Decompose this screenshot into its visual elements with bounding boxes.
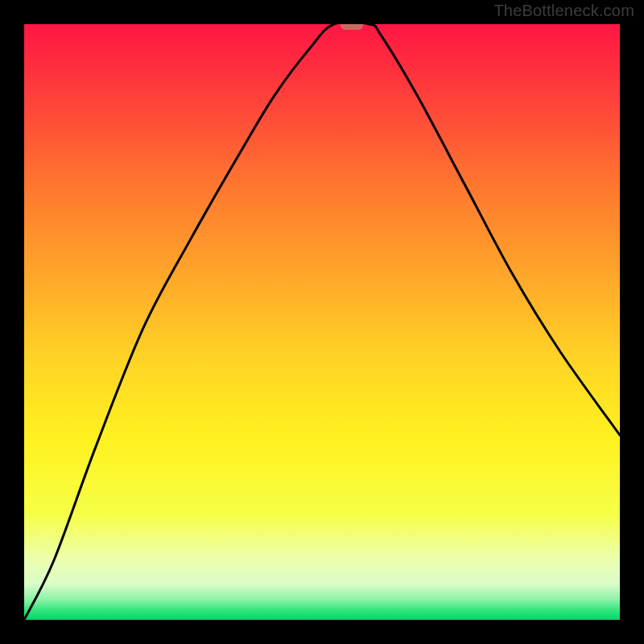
optimal-marker — [341, 24, 363, 30]
chart-background — [24, 24, 620, 620]
attribution-label: TheBottleneck.com — [493, 2, 634, 20]
chart-frame: TheBottleneck.com — [0, 0, 644, 644]
bottleneck-chart — [24, 24, 620, 620]
chart-svg — [24, 24, 620, 620]
